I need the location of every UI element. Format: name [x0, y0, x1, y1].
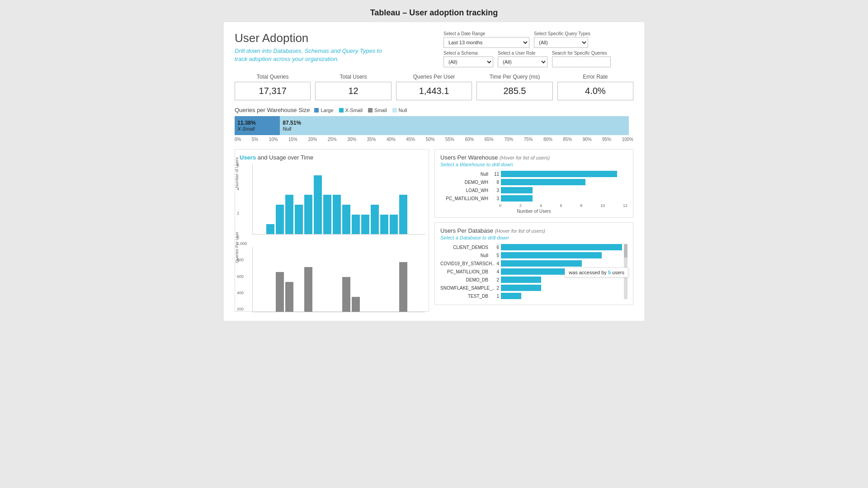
axis-tick: 5% — [252, 137, 258, 142]
users-per-warehouse-panel: Users Per Warehouse (Hover for list of u… — [434, 149, 633, 218]
database-row-bar-outer — [501, 252, 622, 258]
user-role-group: Select a User Role (All) — [498, 51, 547, 67]
user-bar — [266, 224, 274, 234]
schema-label: Select a Schema — [443, 51, 493, 56]
user-bar-col — [285, 195, 293, 234]
axis-tick: 60% — [465, 137, 474, 142]
legend-item: X-Small — [339, 108, 363, 113]
user-bar — [304, 195, 312, 234]
legend-dot — [314, 108, 319, 113]
query-bar-col — [342, 277, 350, 312]
bar-segment-x-small: 11.38%X-Small — [235, 116, 280, 135]
warehouse-row-bar-outer — [501, 187, 627, 193]
legend-label: X-Small — [345, 108, 363, 113]
y-tick-queries: 600 — [237, 274, 247, 279]
axis-tick: 10% — [269, 137, 278, 142]
database-row-count: 2 — [492, 277, 499, 282]
database-bar-row: SNOWFLAKE_SAMPLE_.. 2 — [440, 285, 627, 291]
user-bar — [371, 205, 379, 234]
query-bar — [399, 262, 407, 312]
query-bar-col — [285, 282, 293, 312]
database-row-bar-outer — [501, 260, 622, 267]
warehouse-chart-label: Queries per Warehouse Size — [235, 107, 310, 113]
database-row-label: CLIENT_DEMOS — [440, 245, 490, 250]
warehouse-row-count: 3 — [492, 188, 499, 193]
database-bar-row: Null 5 — [440, 252, 627, 258]
legend-dot — [339, 108, 344, 113]
legend-item: Large — [314, 108, 333, 113]
database-row-label: DEMO_DB — [440, 277, 490, 282]
warehouse-bar-row: DEMO_WH 8 — [440, 179, 627, 185]
y-tick-queries: 200 — [237, 307, 247, 311]
database-row-bar-fill — [501, 293, 521, 299]
user-bar — [342, 205, 350, 234]
number-users-chart: 6420 Number of Users — [235, 163, 429, 239]
query-types-group: Select Specific Query Types (All) — [534, 31, 590, 48]
query-bar — [342, 277, 350, 312]
warehouse-axis-title: Number of Users — [440, 209, 627, 214]
axis-tick: 25% — [328, 137, 337, 142]
axis-tick: 15% — [288, 137, 297, 142]
user-bar-col — [314, 175, 322, 234]
metric-value: 17,317 — [235, 82, 311, 100]
metric-label: Error Rate — [557, 74, 633, 80]
user-bar-col — [361, 215, 369, 234]
bar-lbl: Null — [283, 126, 291, 131]
query-bar — [352, 297, 360, 312]
user-role-select[interactable]: (All) — [498, 56, 547, 67]
database-row-bar-outer — [501, 277, 622, 283]
metric-value: 285.5 — [476, 82, 552, 100]
database-row-bar-fill — [501, 277, 541, 283]
user-bar-col — [371, 205, 379, 234]
warehouse-row-bar-fill — [501, 187, 533, 193]
warehouse-panel-note: (Hover for list of users) — [500, 155, 550, 160]
query-bar-col — [276, 272, 284, 312]
axis-tick: 100% — [622, 137, 633, 142]
database-row-label: TEST_DB — [440, 294, 490, 299]
y-label-users: Number of Users — [235, 157, 239, 188]
database-row-label: SNOWFLAKE_SAMPLE_.. — [440, 286, 490, 291]
axis-tick: 65% — [485, 137, 494, 142]
user-bar-col — [399, 195, 407, 234]
warehouse-row-count: 3 — [492, 196, 499, 201]
users-time-chart-panel: Users and Usage over Time 6420 Number of… — [235, 149, 429, 312]
database-panel-note: (Hover for list of users) — [495, 228, 545, 234]
query-types-select[interactable]: (All) — [534, 37, 588, 48]
database-row-count: 4 — [492, 261, 499, 266]
database-panel-subtitle[interactable]: Select a Database to drill down — [440, 235, 627, 240]
header-row: User Adoption Drill down into Databases,… — [235, 31, 633, 67]
date-range-select[interactable]: Last 13 months — [443, 37, 529, 48]
query-types-label: Select Specific Query Types — [534, 31, 590, 36]
database-row-label: PC_MATILLION_DB — [440, 269, 490, 274]
warehouse-row-bar-outer — [501, 171, 627, 177]
metric-card: Queries Per User1,443.1 — [396, 74, 472, 100]
user-bar-col — [266, 224, 274, 234]
axis-tick: 70% — [504, 137, 513, 142]
warehouse-row-bar-fill — [501, 195, 533, 202]
page-title: Tableau – User adoption tracking — [0, 0, 868, 22]
warehouse-x-tick: 6 — [560, 203, 562, 208]
user-bar-col — [342, 205, 350, 234]
user-bar-col — [352, 215, 360, 234]
y-tick-queries: 400 — [237, 291, 247, 295]
user-bar — [390, 215, 398, 234]
user-bar-col — [304, 195, 312, 234]
filter-row-2: Select a Schema (All) Select a User Role… — [443, 51, 633, 67]
date-range-label: Select a Date Range — [443, 31, 529, 36]
database-row-bar-fill — [501, 244, 622, 250]
specific-queries-input[interactable] — [552, 56, 611, 67]
warehouse-row-bar-outer — [501, 195, 627, 202]
query-bar-col — [399, 262, 407, 312]
database-row-bar-outer — [501, 285, 622, 291]
legend-dot — [392, 108, 397, 113]
warehouse-row-count: 8 — [492, 180, 499, 185]
database-row-bar-outer — [501, 293, 622, 299]
database-row-label: COVID19_BY_STARSCH.. — [440, 261, 490, 266]
metric-card: Time Per Query (ms)285.5 — [476, 74, 552, 100]
legend-label: Null — [399, 108, 407, 113]
schema-group: Select a Schema (All) — [443, 51, 493, 67]
database-row-count: 6 — [492, 245, 499, 250]
warehouse-panel-subtitle[interactable]: Select a Warehouse to drill down — [440, 162, 627, 167]
schema-select[interactable]: (All) — [443, 56, 493, 67]
tooltip-highlight: 5 — [608, 270, 612, 275]
